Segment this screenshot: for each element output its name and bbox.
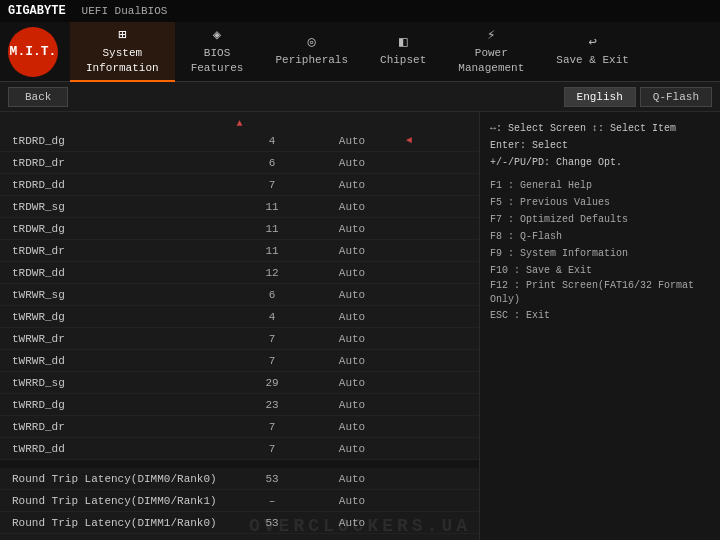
help-f10: F10 : Save & Exit [490,262,710,279]
chipset-icon: ◧ [399,33,407,51]
row-option: Auto [312,135,392,147]
row-value: 53 [232,517,312,529]
table-row[interactable]: tRDWR_dr11Auto [0,240,479,262]
row-option: Auto [312,289,392,301]
nav-power-management[interactable]: ⚡ PowerManagement [442,22,540,82]
row-name-round_trip_latency_dimm0_rank1_: Round Trip Latency(DIMM0/Rank1) [12,495,232,507]
row-name-twrrd_dr: tWRRD_dr [12,421,232,433]
row-name-trdrd_dr: tRDRD_dr [12,157,232,169]
table-row[interactable]: Round Trip Latency(DIMM1/Rank0)53Auto [0,512,479,534]
qflash-button[interactable]: Q-Flash [640,87,712,107]
row-name-trdwr_dr: tRDWR_dr [12,245,232,257]
nav-bios-features-label: BIOSFeatures [191,46,244,75]
row-name-twrwr_dg: tWRWR_dg [12,311,232,323]
row-name-trdwr_dd: tRDWR_dd [12,267,232,279]
row-option: Auto [312,355,392,367]
row-value: – [232,495,312,507]
table-row[interactable]: tWRRD_dr7Auto [0,416,479,438]
row-name-trdwr_dg: tRDWR_dg [12,223,232,235]
row-value: 7 [232,443,312,455]
help-f12: F12 : Print Screen(FAT16/32 Format Only) [490,279,710,307]
nav-power-management-label: PowerManagement [458,46,524,75]
row-value: 7 [232,421,312,433]
peripherals-icon: ◎ [308,33,316,51]
table-row[interactable]: tWRWR_sg6Auto [0,284,479,306]
table-row[interactable]: tWRWR_dr7Auto [0,328,479,350]
table-row[interactable]: Round Trip Latency(DIMM0/Rank0)53Auto [0,468,479,490]
back-button[interactable]: Back [8,87,68,107]
topbar: GIGABYTE UEFI DualBIOS [0,0,720,22]
nav-chipset-label: Chipset [380,53,426,67]
row-option: Auto [312,267,392,279]
row-option: Auto [312,443,392,455]
row-option: Auto [312,377,392,389]
table-row[interactable]: tWRRD_dg23Auto [0,394,479,416]
table-row[interactable]: tRDWR_sg11Auto [0,196,479,218]
subnav: Back English Q-Flash [0,82,720,112]
settings-table[interactable]: ▲ tRDRD_dg4Auto◄tRDRD_dr6AutotRDRD_dd7Au… [0,112,480,540]
row-value: 23 [232,399,312,411]
nav-system-information-label: SystemInformation [86,46,159,75]
nav-peripherals[interactable]: ◎ Peripherals [259,22,364,82]
nav-save-exit-label: Save & Exit [556,53,629,67]
bios-title: UEFI DualBIOS [82,5,168,17]
main-content: ▲ tRDRD_dg4Auto◄tRDRD_dr6AutotRDRD_dd7Au… [0,112,720,540]
nav-bios-features[interactable]: ◈ BIOSFeatures [175,22,260,82]
row-value: 11 [232,223,312,235]
help-f9: F9 : System Information [490,245,710,262]
row-name-twrrd_sg: tWRRD_sg [12,377,232,389]
row-value: 11 [232,201,312,213]
table-row[interactable]: tRDWR_dg11Auto [0,218,479,240]
row-value: 7 [232,179,312,191]
row-option: Auto [312,201,392,213]
navbar: M.I.T. ⊞ SystemInformation ◈ BIOSFeature… [0,22,720,82]
row-name-twrrd_dg: tWRRD_dg [12,399,232,411]
row-name-round_trip_latency_dimm1_rank0_: Round Trip Latency(DIMM1/Rank0) [12,517,232,529]
power-icon: ⚡ [487,26,495,44]
table-row[interactable]: tRDRD_dg4Auto◄ [0,130,479,152]
row-value: 4 [232,135,312,147]
help-enter: Enter: Select [490,137,710,154]
table-row[interactable]: tRDWR_dd12Auto [0,262,479,284]
row-option: Auto [312,311,392,323]
row-option: Auto [312,223,392,235]
row-name-twrrd_dd: tWRRD_dd [12,443,232,455]
table-body: tRDRD_dg4Auto◄tRDRD_dr6AutotRDRD_dd7Auto… [0,130,479,540]
row-value: 11 [232,245,312,257]
table-row[interactable]: tWRWR_dd7Auto [0,350,479,372]
save-exit-icon: ↩ [588,33,596,51]
row-option: Auto [312,245,392,257]
row-name-twrwr_dr: tWRWR_dr [12,333,232,345]
nav-chipset[interactable]: ◧ Chipset [364,22,442,82]
row-name-trdwr_sg: tRDWR_sg [12,201,232,213]
row-name-twrwr_sg: tWRWR_sg [12,289,232,301]
bios-features-icon: ◈ [213,26,221,44]
row-name-trdrd_dd: tRDRD_dd [12,179,232,191]
mit-logo[interactable]: M.I.T. [8,27,58,77]
table-row[interactable]: tWRRD_sg29Auto [0,372,479,394]
row-option: Auto [312,157,392,169]
help-f8: F8 : Q-Flash [490,228,710,245]
table-row[interactable]: tWRRD_dd7Auto [0,438,479,460]
table-row[interactable]: tRDRD_dd7Auto [0,174,479,196]
table-row[interactable]: tRDRD_dr6Auto [0,152,479,174]
row-name-trdrd_dg: tRDRD_dg [12,135,232,147]
help-f5: F5 : Previous Values [490,194,710,211]
help-f7: F7 : Optimized Defaults [490,211,710,228]
table-row[interactable]: tWRWR_dg4Auto [0,306,479,328]
row-option: Auto [312,517,392,529]
table-row[interactable]: Round Trip Latency(DIMM1/Rank1)–Auto [0,534,479,540]
nav-system-information[interactable]: ⊞ SystemInformation [70,22,175,82]
help-navigate: ↔: Select Screen ↕: Select Item [490,120,710,137]
table-row[interactable]: Round Trip Latency(DIMM0/Rank1)–Auto [0,490,479,512]
row-option: Auto [312,473,392,485]
language-button[interactable]: English [564,87,636,107]
table-gap [0,460,479,468]
nav-save-exit[interactable]: ↩ Save & Exit [540,22,645,82]
row-name-round_trip_latency_dimm0_rank0_: Round Trip Latency(DIMM0/Rank0) [12,473,232,485]
row-value: 12 [232,267,312,279]
row-option: Auto [312,495,392,507]
help-f1: F1 : General Help [490,177,710,194]
row-option: Auto [312,333,392,345]
nav-peripherals-label: Peripherals [275,53,348,67]
